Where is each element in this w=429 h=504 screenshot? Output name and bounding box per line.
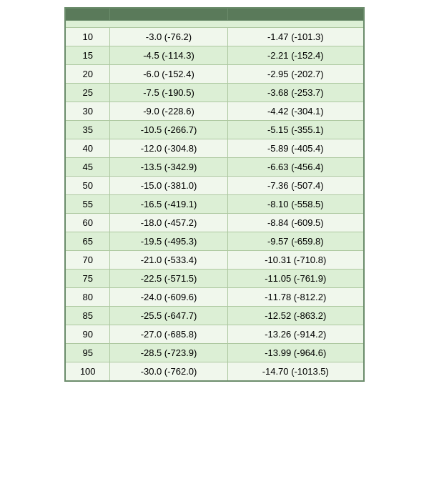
cell-pressure: -4.42 (-304.1): [227, 102, 364, 121]
cell-pressure: -10.31 (-710.8): [227, 251, 364, 270]
table-row: 20-6.0 (-152.4)-2.95 (-202.7): [65, 65, 364, 84]
cell-pressure: -8.10 (-558.5): [227, 195, 364, 214]
header-vacuum: [65, 8, 110, 21]
header-pressure: [227, 8, 364, 21]
cell-mercury: -24.0 (-609.6): [110, 288, 227, 307]
cell-pressure: -14.70 (-1013.5): [227, 362, 364, 382]
cell-mercury: -7.5 (-190.5): [110, 84, 227, 102]
cell-pressure: -8.84 (-609.5): [227, 214, 364, 232]
cell-vacuum: 65: [65, 232, 110, 251]
cell-mercury: -25.5 (-647.7): [110, 307, 227, 325]
cell-vacuum: 15: [65, 46, 110, 65]
cell-pressure: -13.26 (-914.2): [227, 325, 364, 344]
table-row: 75-22.5 (-571.5)-11.05 (-761.9): [65, 270, 364, 288]
cell-vacuum: 95: [65, 344, 110, 362]
table-row: 80-24.0 (-609.6)-11.78 (-812.2): [65, 288, 364, 307]
cell-vacuum: 75: [65, 270, 110, 288]
vacuum-table: 10-3.0 (-76.2)-1.47 (-101.3)15-4.5 (-114…: [64, 7, 365, 382]
cell-vacuum: 25: [65, 84, 110, 102]
cell-vacuum: 85: [65, 307, 110, 325]
cell-mercury: -27.0 (-685.8): [110, 325, 227, 344]
cell-mercury: -12.0 (-304.8): [110, 139, 227, 158]
cell-pressure: -9.57 (-659.8): [227, 232, 364, 251]
cell-vacuum: 60: [65, 214, 110, 232]
cell-mercury: -13.5 (-342.9): [110, 158, 227, 177]
cell-pressure: -3.68 (-253.7): [227, 84, 364, 102]
table-row: 50-15.0 (-381.0)-7.36 (-507.4): [65, 177, 364, 195]
cell-vacuum: 40: [65, 139, 110, 158]
table-row: 100-30.0 (-762.0)-14.70 (-1013.5): [65, 362, 364, 382]
cell-pressure: -11.05 (-761.9): [227, 270, 364, 288]
cell-mercury: -4.5 (-114.3): [110, 46, 227, 65]
vacuum-table-container: 10-3.0 (-76.2)-1.47 (-101.3)15-4.5 (-114…: [64, 7, 365, 382]
cell-vacuum: 50: [65, 177, 110, 195]
cell-vacuum: 70: [65, 251, 110, 270]
cell-mercury: -9.0 (-228.6): [110, 102, 227, 121]
table-row: 35-10.5 (-266.7)-5.15 (-355.1): [65, 121, 364, 139]
cell-vacuum: 45: [65, 158, 110, 177]
cell-mercury: -30.0 (-762.0): [110, 362, 227, 382]
cell-mercury: -28.5 (-723.9): [110, 344, 227, 362]
table-row: 95-28.5 (-723.9)-13.99 (-964.6): [65, 344, 364, 362]
cell-mercury: -10.5 (-266.7): [110, 121, 227, 139]
cell-mercury: -3.0 (-76.2): [110, 28, 227, 46]
cell-mercury: -21.0 (-533.4): [110, 251, 227, 270]
cell-pressure: -5.15 (-355.1): [227, 121, 364, 139]
cell-vacuum: 30: [65, 102, 110, 121]
table-row: 70-21.0 (-533.4)-10.31 (-710.8): [65, 251, 364, 270]
table-row: 25-7.5 (-190.5)-3.68 (-253.7): [65, 84, 364, 102]
table-row: 60-18.0 (-457.2)-8.84 (-609.5): [65, 214, 364, 232]
table-row: 40-12.0 (-304.8)-5.89 (-405.4): [65, 139, 364, 158]
header-mercury: [110, 8, 227, 21]
cell-vacuum: 35: [65, 121, 110, 139]
cell-mercury: -16.5 (-419.1): [110, 195, 227, 214]
table-row: 85-25.5 (-647.7)-12.52 (-863.2): [65, 307, 364, 325]
table-row: 65-19.5 (-495.3)-9.57 (-659.8): [65, 232, 364, 251]
cell-pressure: -1.47 (-101.3): [227, 28, 364, 46]
table-row: 55-16.5 (-419.1)-8.10 (-558.5): [65, 195, 364, 214]
table-row: 10-3.0 (-76.2)-1.47 (-101.3): [65, 28, 364, 46]
table-row: 45-13.5 (-342.9)-6.63 (-456.4): [65, 158, 364, 177]
cell-mercury: -6.0 (-152.4): [110, 65, 227, 84]
cell-pressure: -2.21 (-152.4): [227, 46, 364, 65]
cell-mercury: -22.5 (-571.5): [110, 270, 227, 288]
cell-vacuum: 100: [65, 362, 110, 382]
cell-pressure: -6.63 (-456.4): [227, 158, 364, 177]
table-row: 15-4.5 (-114.3)-2.21 (-152.4): [65, 46, 364, 65]
cell-pressure: -11.78 (-812.2): [227, 288, 364, 307]
cell-vacuum: 55: [65, 195, 110, 214]
cell-pressure: -13.99 (-964.6): [227, 344, 364, 362]
cell-vacuum: 10: [65, 28, 110, 46]
cell-pressure: -7.36 (-507.4): [227, 177, 364, 195]
cell-vacuum: 20: [65, 65, 110, 84]
table-row: 30-9.0 (-228.6)-4.42 (-304.1): [65, 102, 364, 121]
cell-mercury: -19.5 (-495.3): [110, 232, 227, 251]
table-row: 90-27.0 (-685.8)-13.26 (-914.2): [65, 325, 364, 344]
cell-vacuum: 80: [65, 288, 110, 307]
cell-mercury: -15.0 (-381.0): [110, 177, 227, 195]
cell-pressure: -12.52 (-863.2): [227, 307, 364, 325]
cell-pressure: -2.95 (-202.7): [227, 65, 364, 84]
cell-pressure: -5.89 (-405.4): [227, 139, 364, 158]
cell-vacuum: 90: [65, 325, 110, 344]
cell-mercury: -18.0 (-457.2): [110, 214, 227, 232]
